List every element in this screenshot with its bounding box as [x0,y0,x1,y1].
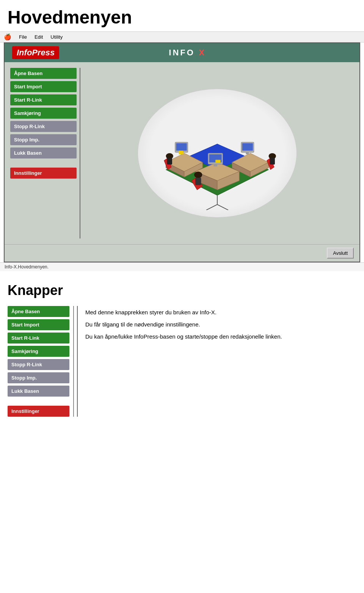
infopress-logo: InfoPress [12,46,59,59]
knapper-title: Knapper [8,282,356,298]
app-header: InfoPress INFO X [5,43,359,62]
knapper-sidebar: Åpne Basen Start Import Start R-Link Sam… [8,306,74,417]
header-x-text: X [199,48,204,57]
knapper-btn-start-rlink[interactable]: Start R-Link [8,333,69,344]
svg-rect-28 [195,178,201,185]
knapper-description: Med denne knapprekken styrer du bruken a… [85,306,356,344]
app-body: Åpne Basen Start Import Start R-Link Sam… [5,62,359,244]
svg-line-33 [217,204,228,210]
status-bar: Info-X.Hovedmenyen. [0,262,364,271]
menu-edit[interactable]: Edit [35,34,43,40]
page-title: Hovedmenyen [0,0,364,31]
btn-innstillinger[interactable]: Innstillinger [10,168,77,179]
svg-rect-19 [270,158,275,165]
svg-rect-6 [176,143,187,151]
knapper-sidebar-wrapper: Åpne Basen Start Import Start R-Link Sam… [8,306,78,417]
knapper-btn-stopp-rlink[interactable]: Stopp R-Link [8,359,69,370]
knapper-btn-stopp-imp[interactable]: Stopp Imp. [8,372,69,383]
knapper-btn-lukk-basen[interactable]: Lukk Basen [8,386,69,397]
btn-stopp-rlink[interactable]: Stopp R-Link [10,121,77,132]
app-footer: Avslutt [5,244,359,262]
knapper-body: Åpne Basen Start Import Start R-Link Sam… [8,306,356,417]
svg-rect-10 [167,158,172,165]
svg-rect-29 [179,151,183,154]
oval-background [138,89,297,218]
app-window: InfoPress INFO X Åpne Basen Start Import… [4,42,360,262]
knapper-btn-samkjoring[interactable]: Samkjøring [8,346,69,357]
header-info-text: INFO [169,48,195,57]
svg-point-27 [194,171,202,178]
btn-start-import[interactable]: Start Import [10,81,77,92]
svg-rect-30 [215,160,221,163]
menu-utility[interactable]: Utility [50,34,63,40]
header-title-group: INFO X [169,48,204,58]
iso-illustration [145,96,289,210]
apple-icon[interactable]: 🍎 [4,33,11,41]
svg-rect-16 [246,152,249,154]
knapper-desc-3: Du kan åpne/lukke InfoPress-basen og sta… [85,332,356,341]
btn-start-rlink[interactable]: Start R-Link [10,94,77,105]
btn-apne-basen[interactable]: Åpne Basen [10,68,77,79]
knapper-desc-1: Med denne knapprekken styrer du bruken a… [85,308,356,317]
content-area [80,68,354,238]
knapper-btn-apne-basen[interactable]: Åpne Basen [8,306,69,317]
sidebar: Åpne Basen Start Import Start R-Link Sam… [10,68,77,238]
avslut-button[interactable]: Avslutt [327,248,354,259]
knapper-section: Knapper Åpne Basen Start Import Start R-… [0,271,364,424]
sidebar-wrapper: Åpne Basen Start Import Start R-Link Sam… [10,68,80,238]
status-text: Info-X.Hovedmenyen. [5,264,49,270]
menu-bar: 🍎 File Edit Utility [0,31,364,42]
btn-lukk-basen[interactable]: Lukk Basen [10,147,77,158]
svg-line-32 [206,204,217,210]
knapper-btn-innstillinger[interactable]: Innstillinger [8,406,69,417]
knapper-btn-start-import[interactable]: Start Import [8,319,69,330]
menu-file[interactable]: File [19,34,27,40]
knapper-sidebar-border [77,306,78,417]
btn-samkjoring[interactable]: Samkjøring [10,108,77,119]
svg-rect-25 [213,164,217,166]
svg-rect-15 [242,143,253,151]
knapper-desc-2: Du får tilgang til de nødvendige innstil… [85,320,356,329]
btn-stopp-imp[interactable]: Stopp Imp. [10,134,77,145]
